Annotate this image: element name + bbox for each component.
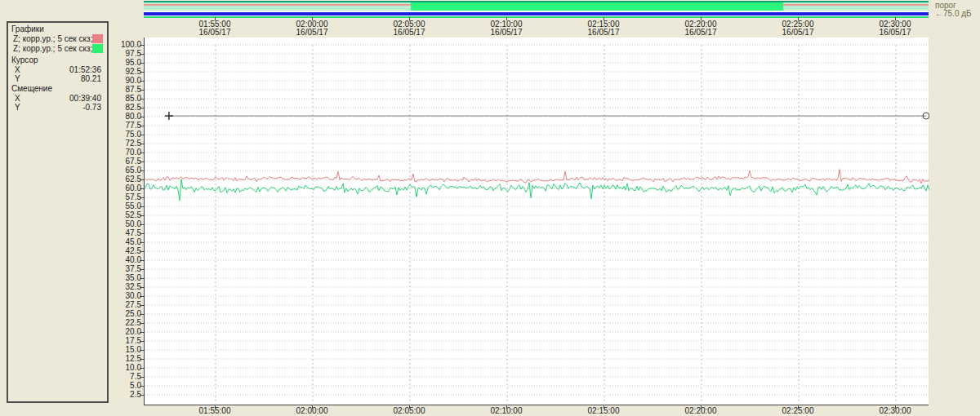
y-axis-label: 87.5 [114,86,141,94]
offset-y-value: -0.73 [82,103,101,112]
legend-label-fm: Z; корр.ур.; 5 сек скз; Fm [13,34,92,43]
threshold-label: порог ←75.0 дБ [935,2,980,18]
y-axis-label: 35.0 [114,274,141,282]
y-axis-label: 60.0 [114,184,141,193]
series-trace-fm[interactable] [145,170,929,184]
y-axis-label: 100.0 [114,41,141,49]
y-axis-label: 77.5 [114,122,141,130]
x-axis-label-top: 02:10:0016/05/17 [482,20,531,37]
x-axis-label-top: 02:20:0016/05/17 [676,20,725,37]
y-axis-label: 32.5 [114,283,141,291]
y-axis-tick [140,197,144,198]
y-axis-label: 45.0 [114,238,141,246]
x-axis-tick-top [409,17,410,20]
y-axis-tick [140,251,144,252]
y-axis-label: 37.5 [114,265,141,273]
y-axis-label: 40.0 [114,256,141,264]
x-axis-label-top: 02:05:0016/05/17 [385,20,434,37]
x-axis-tick-top [215,17,216,20]
x-axis-tick-bottom [798,405,799,409]
y-axis-tick [140,287,144,288]
y-axis-label: 10.0 [114,364,141,372]
y-axis-tick [140,108,144,108]
threshold-value: 75.0 дБ [943,9,972,18]
arrow-left-icon: ← [935,9,943,18]
x-axis-label-top: 02:30:0016/05/17 [871,20,920,37]
cursor-x-label: X [15,65,20,74]
x-axis-tick-top [701,17,702,20]
y-axis-tick [140,144,144,144]
app-window: { "panel": { "title": "Графики", "legend… [0,0,980,416]
y-axis-tick [140,242,144,243]
y-axis-tick [140,296,144,297]
x-axis-tick-bottom [604,405,604,409]
y-axis-label: 2.5 [114,391,141,399]
y-axis-tick [140,162,144,162]
cursor-section-title: Курсор [11,55,38,64]
x-axis-tick-top [312,17,313,20]
y-axis-label: 27.5 [114,301,141,309]
legend-label-wm: Z; корр.ур.; 5 сек скз; Wm [13,44,92,53]
cursor-y-value: 80.21 [81,74,101,83]
y-axis-tick [140,224,144,225]
legend-swatch-fm [92,34,103,43]
cursor-x-value: 01:52:36 [69,65,101,74]
threshold-bar-green-line [144,16,929,18]
indicator-bars [144,0,929,19]
threshold-value-row: ←75.0 дБ [935,10,980,18]
y-axis-tick [140,72,144,73]
offset-section-title: Смещение [11,84,52,93]
cursor-y-label: Y [15,74,20,83]
threshold-bar-blue-line [144,12,929,15]
y-axis-label: 52.5 [114,211,141,219]
y-axis-label: 17.5 [114,337,141,345]
x-axis-tick-bottom [895,405,896,409]
y-axis-label: 50.0 [114,220,141,228]
y-axis-tick [140,260,144,261]
y-axis-label: 97.5 [114,50,141,58]
y-axis-tick [140,233,144,234]
y-axis-tick [140,269,144,270]
y-axis-label: 42.5 [114,247,141,255]
x-axis-tick-top [506,17,507,20]
x-axis-label-top: 02:00:0016/05/17 [287,20,336,37]
y-axis-tick [140,359,144,360]
y-axis-label: 62.5 [114,175,141,184]
legend-item-wm[interactable]: Z; корр.ур.; 5 сек скз; Wm [13,43,103,53]
y-axis-tick [140,126,144,126]
y-axis-tick [140,179,144,180]
y-axis-label: 30.0 [114,292,141,300]
y-axis-label: 65.0 [114,166,141,175]
y-axis-label: 15.0 [114,346,141,354]
y-axis-tick [140,341,144,342]
y-axis-label: 47.5 [114,229,141,237]
offset-x-row: X 00:39:40 [15,94,101,103]
x-axis-label-top: 02:15:0016/05/17 [579,20,628,37]
y-axis-tick [140,314,144,315]
y-axis-label: 25.0 [114,310,141,318]
y-axis-tick [140,117,144,117]
y-axis-label: 70.0 [114,148,141,157]
plot-area[interactable] [144,38,929,405]
x-axis-tick-top [895,17,896,20]
y-axis-tick [140,81,144,82]
y-axis-tick [140,153,144,153]
offset-y-label: Y [15,103,20,112]
x-axis-tick-bottom [701,405,702,409]
offset-y-row: Y -0.73 [15,103,101,112]
y-axis-tick [140,135,144,135]
chart-canvas[interactable] [145,38,929,405]
indicator-highlight-segment [411,2,783,11]
y-axis-label: 90.0 [114,77,141,85]
y-axis-tick [140,305,144,306]
y-axis-tick [140,395,144,396]
y-axis-tick [140,63,144,64]
y-axis-tick [140,332,144,333]
y-axis-tick [140,206,144,207]
y-axis-label: 5.0 [114,382,141,390]
cursor-y-row: Y 80.21 [15,74,101,83]
legend-item-fm[interactable]: Z; корр.ур.; 5 сек скз; Fm [13,33,103,43]
y-axis-label: 92.5 [114,68,141,76]
y-axis-tick [140,99,144,100]
y-axis-label: 57.5 [114,193,141,201]
